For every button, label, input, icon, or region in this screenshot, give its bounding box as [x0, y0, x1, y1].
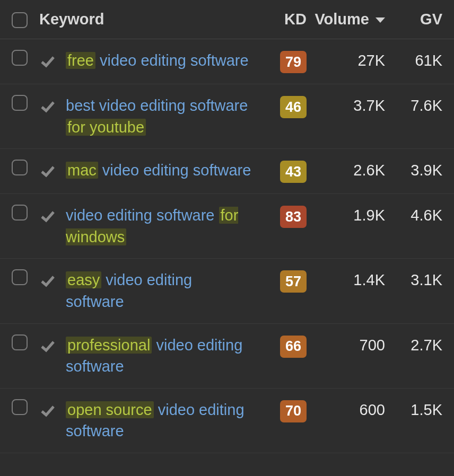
- row-checkbox-cell: [12, 399, 39, 415]
- kd-badge: 70: [280, 400, 307, 422]
- table-row: easy video editing software571.4K3.1K: [0, 259, 454, 323]
- checkmark-icon: [39, 53, 56, 70]
- row-checkmark-cell: [39, 272, 65, 289]
- kd-badge: 83: [280, 206, 307, 228]
- keyword-highlight: easy: [66, 271, 101, 288]
- checkmark-icon: [39, 98, 56, 115]
- header-volume-label: Volume: [315, 11, 369, 28]
- volume-cell: 1.4K: [307, 269, 385, 289]
- keyword-link[interactable]: video editing software for windows: [66, 207, 238, 245]
- gv-value: 3.9K: [411, 162, 442, 179]
- volume-value: 600: [360, 401, 385, 419]
- kd-cell: 79: [259, 50, 307, 73]
- row-checkbox-cell: [12, 160, 39, 175]
- keyword-cell: video editing software for windows: [65, 205, 259, 248]
- keyword-link[interactable]: easy video editing software: [66, 271, 192, 310]
- header-gv[interactable]: GV: [385, 11, 442, 28]
- row-checkbox[interactable]: [12, 205, 28, 221]
- gv-value: 61K: [415, 52, 442, 69]
- gv-cell: 1.5K: [385, 399, 442, 419]
- gv-value: 7.6K: [411, 97, 442, 114]
- gv-cell: 3.9K: [385, 160, 442, 179]
- keyword-cell: mac video editing software: [65, 160, 259, 181]
- volume-cell: 3.7K: [307, 95, 385, 114]
- keyword-cell: easy video editing software: [65, 269, 259, 312]
- gv-cell: 4.6K: [385, 205, 442, 224]
- keyword-highlight: open source: [66, 401, 154, 418]
- row-checkbox[interactable]: [12, 269, 28, 285]
- kd-cell: 83: [259, 205, 307, 228]
- table-row: best video editing software for youtube4…: [0, 84, 454, 149]
- kd-badge: 79: [280, 51, 307, 73]
- keyword-link[interactable]: professional video editing software: [66, 337, 242, 375]
- sort-descending-icon: [376, 17, 385, 23]
- kd-cell: 43: [259, 160, 307, 183]
- row-checkmark-cell: [39, 163, 65, 180]
- header-keyword[interactable]: Keyword: [39, 11, 259, 28]
- volume-value: 1.9K: [353, 207, 385, 224]
- volume-value: 3.7K: [353, 97, 385, 114]
- row-checkbox[interactable]: [12, 95, 28, 111]
- header-volume[interactable]: Volume: [307, 11, 385, 28]
- keyword-link[interactable]: open source video editing software: [66, 401, 245, 440]
- keyword-text-part: video editing software: [66, 207, 219, 224]
- gv-value: 4.6K: [411, 207, 442, 224]
- row-checkmark-cell: [39, 208, 65, 225]
- volume-value: 1.4K: [353, 271, 385, 289]
- keyword-highlight: mac: [66, 162, 98, 179]
- header-kd[interactable]: KD: [259, 11, 307, 28]
- gv-cell: 61K: [385, 50, 442, 69]
- row-checkbox-cell: [12, 334, 39, 350]
- table-header-row: Keyword KD Volume GV: [0, 0, 454, 39]
- kd-cell: 70: [259, 399, 307, 422]
- select-all-checkbox[interactable]: [12, 12, 28, 28]
- row-checkbox-cell: [12, 50, 39, 66]
- keyword-cell: best video editing software for youtube: [65, 95, 259, 138]
- keyword-highlight: professional: [66, 337, 152, 354]
- keyword-highlight: for youtube: [66, 119, 146, 136]
- keyword-text-part: best video editing software: [66, 97, 248, 114]
- keyword-cell: open source video editing software: [65, 399, 259, 442]
- volume-cell: 700: [307, 334, 385, 354]
- volume-cell: 27K: [307, 50, 385, 69]
- table-row: open source video editing software706001…: [0, 389, 454, 453]
- checkmark-icon: [39, 208, 56, 225]
- keyword-cell: professional video editing software: [65, 334, 259, 377]
- kd-cell: 46: [259, 95, 307, 118]
- row-checkmark-cell: [39, 338, 65, 355]
- table-row: free video editing software7927K61K: [0, 39, 454, 84]
- table-row: video editing software for windows831.9K…: [0, 194, 454, 259]
- gv-value: 1.5K: [411, 401, 442, 419]
- keyword-text-part: video editing software: [98, 162, 251, 179]
- row-checkbox-cell: [12, 95, 39, 111]
- volume-value: 700: [360, 337, 385, 354]
- gv-value: 3.1K: [411, 271, 442, 289]
- row-checkmark-cell: [39, 53, 65, 70]
- checkmark-icon: [39, 272, 56, 289]
- keyword-table: Keyword KD Volume GV free video editing …: [0, 0, 454, 453]
- row-checkbox[interactable]: [12, 399, 28, 415]
- kd-cell: 57: [259, 269, 307, 293]
- keyword-highlight: free: [66, 52, 95, 69]
- row-checkbox[interactable]: [12, 334, 28, 350]
- keyword-link[interactable]: mac video editing software: [66, 162, 251, 179]
- keyword-link[interactable]: best video editing software for youtube: [66, 97, 248, 136]
- row-checkbox-cell: [12, 205, 39, 221]
- row-checkmark-cell: [39, 402, 65, 419]
- gv-cell: 2.7K: [385, 334, 442, 354]
- keyword-text-part: video editing software: [95, 52, 249, 69]
- kd-badge: 66: [280, 336, 307, 358]
- row-checkbox[interactable]: [12, 160, 28, 175]
- row-checkmark-cell: [39, 98, 65, 115]
- volume-cell: 2.6K: [307, 160, 385, 179]
- volume-cell: 600: [307, 399, 385, 419]
- row-checkbox-cell: [12, 269, 39, 285]
- row-checkbox[interactable]: [12, 50, 28, 66]
- kd-badge: 43: [280, 161, 307, 183]
- checkmark-icon: [39, 163, 56, 180]
- table-row: mac video editing software432.6K3.9K: [0, 149, 454, 194]
- checkmark-icon: [39, 338, 56, 355]
- volume-value: 2.6K: [353, 162, 385, 179]
- kd-badge: 46: [280, 96, 307, 118]
- keyword-link[interactable]: free video editing software: [66, 52, 249, 69]
